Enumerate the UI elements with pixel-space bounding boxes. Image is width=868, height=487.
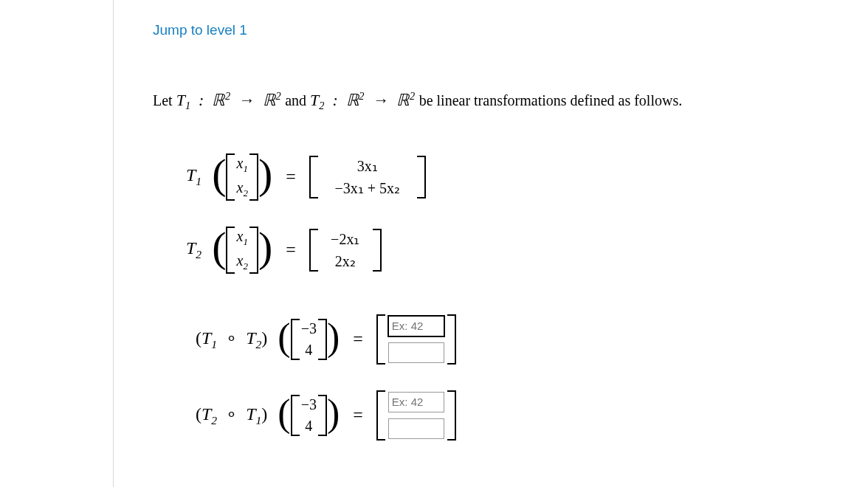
x-sub: 2 <box>243 187 248 198</box>
comp-a: T <box>202 328 211 348</box>
t1-name: T <box>176 91 185 109</box>
x-sub: 2 <box>243 260 248 272</box>
comp-b-sub: 1 <box>256 414 262 426</box>
t1-out-bottom: −3x₁ + 5x₂ <box>334 179 400 197</box>
intro-text: be linear transformations defined as fol… <box>419 92 683 108</box>
t1-compose-t2-problem: (T1 ∘ T2) ( −3 4 ) = <box>196 314 847 365</box>
t2-out-bottom: 2x₂ <box>335 252 356 270</box>
answer-t1t2-row2-input[interactable] <box>388 342 444 363</box>
equals-sign: = <box>350 405 366 425</box>
t1-name: T <box>186 165 196 184</box>
t2-name: T <box>186 238 196 258</box>
t1-subscript: 1 <box>185 100 190 112</box>
r-symbol: ℝ <box>212 91 225 109</box>
jump-to-level-link[interactable]: Jump to level 1 <box>153 22 247 38</box>
t2-subscript: 2 <box>196 248 202 260</box>
x-sub: 1 <box>243 236 248 247</box>
t1-subscript: 1 <box>196 175 202 187</box>
r-symbol: ℝ <box>346 91 359 109</box>
r-dim: 2 <box>359 90 364 102</box>
r-dim: 2 <box>410 90 415 102</box>
input-top: −3 <box>301 396 317 413</box>
comp-b: T <box>246 328 255 348</box>
answer-t2t1-row2-input[interactable] <box>388 418 444 439</box>
answer-t1t2-row1-input[interactable] <box>388 316 444 336</box>
t2-definition: T2 ( x1 x2 ) = −2x₁ 2x₂ <box>186 227 847 274</box>
arrow: → <box>238 91 255 109</box>
intro-text: Let <box>153 92 176 108</box>
r-symbol: ℝ <box>396 91 410 109</box>
compose-sym: ∘ <box>226 404 237 424</box>
t2-compose-t1-problem: (T2 ∘ T1) ( −3 4 ) = <box>196 390 847 441</box>
sidebar-divider <box>113 0 114 487</box>
equals-sign: = <box>350 329 366 349</box>
input-top: −3 <box>301 320 317 337</box>
r-dim: 2 <box>225 90 230 102</box>
arrow: → <box>372 91 388 109</box>
r-symbol: ℝ <box>263 91 276 109</box>
answer-t2t1-row1-input[interactable] <box>388 392 444 412</box>
comp-b: T <box>246 404 255 424</box>
x-sub: 1 <box>243 163 248 174</box>
equals-sign: = <box>283 240 299 260</box>
intro-text: and <box>285 92 310 108</box>
problem-intro: Let T1 : ℝ2 → ℝ2 and T2 : ℝ2 → ℝ2 be lin… <box>153 90 847 113</box>
t1-out-top: 3x₁ <box>357 157 378 175</box>
r-dim: 2 <box>276 90 281 102</box>
compose-sym: ∘ <box>226 328 237 348</box>
comp-a-sub: 2 <box>211 414 217 426</box>
input-bottom: 4 <box>305 342 312 359</box>
t1-definition: T1 ( x1 x2 ) = 3x₁ −3x₁ + 5x₂ <box>186 153 847 201</box>
equals-sign: = <box>283 167 299 187</box>
input-bottom: 4 <box>305 418 312 435</box>
t2-out-top: −2x₁ <box>331 230 359 248</box>
t2-name: T <box>310 91 319 109</box>
comp-b-sub: 2 <box>256 338 262 350</box>
comp-a: T <box>202 404 211 424</box>
t2-subscript: 2 <box>319 100 324 112</box>
comp-a-sub: 1 <box>211 338 217 350</box>
